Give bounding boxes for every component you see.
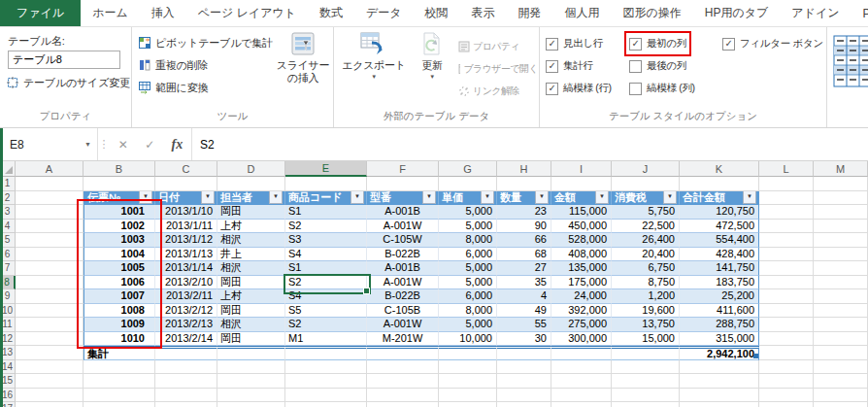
cell-G10[interactable]: 8,000 [439,304,497,319]
cell-A7[interactable] [16,261,83,276]
column-header-C[interactable]: C [155,161,217,177]
cell-E8[interactable]: S2 [285,276,367,290]
column-header-M[interactable]: M [814,161,868,177]
cell-M17[interactable] [814,402,868,407]
cell-F14[interactable] [367,360,439,375]
cell-H5[interactable]: 66 [497,233,551,248]
cell-A3[interactable] [16,205,83,220]
cell-A14[interactable] [16,360,83,375]
cell-J16[interactable] [612,389,680,403]
cell-J4[interactable]: 22,500 [612,220,680,234]
checkbox-first-column[interactable]: ✓ 最初の列 [629,36,686,51]
cell-G9[interactable]: 6,000 [439,289,497,304]
ribbon-tab[interactable]: HP用のタブ [693,0,781,26]
cell-K11[interactable]: 288,750 [680,318,759,332]
cell-K4[interactable]: 472,500 [680,220,759,234]
cell-F6[interactable]: B-022B [367,248,439,262]
cell-G5[interactable]: 8,000 [439,233,497,248]
cell-K12[interactable]: 315,000 [680,332,759,347]
ribbon-tab[interactable]: 表示 [460,0,507,26]
cell-I1[interactable] [551,177,612,191]
cell-L12[interactable] [759,332,814,347]
cell-D7[interactable]: 相沢 [217,261,285,276]
cell-E13[interactable] [285,346,367,360]
cell-D16[interactable] [217,389,285,403]
filter-dropdown-button[interactable]: ▼ [201,191,215,205]
cell-I7[interactable]: 135,000 [551,261,612,276]
cell-A13[interactable] [16,346,83,360]
cell-F3[interactable]: A-001B [367,205,439,220]
cell-E4[interactable]: S2 [285,220,367,234]
cell-C4[interactable]: 2013/1/11 [155,220,217,234]
cell-L10[interactable] [759,304,814,319]
cell-I14[interactable] [551,360,612,375]
ribbon-tab[interactable]: 開発 [507,0,553,26]
ribbon-tab[interactable]: 個人用 [553,0,612,26]
cell-H6[interactable]: 68 [497,248,551,262]
cell-E10[interactable]: S5 [285,304,367,319]
cell-B6[interactable]: 1004 [83,248,155,262]
cell-C9[interactable]: 2013/2/11 [155,289,217,304]
cell-I10[interactable]: 392,000 [551,304,612,319]
cell-B16[interactable] [83,389,155,403]
cell-B2[interactable]: 伝票№▼ [83,191,155,206]
cell-E7[interactable]: S1 [285,261,367,276]
cell-G14[interactable] [439,360,497,375]
cell-H7[interactable]: 27 [497,261,551,276]
cell-A17[interactable] [16,402,83,407]
cell-A11[interactable] [16,318,83,332]
cell-F10[interactable]: C-105B [367,304,439,319]
cell-I4[interactable]: 450,000 [551,220,612,234]
cell-M4[interactable] [814,220,868,234]
cell-H9[interactable]: 4 [497,289,551,304]
checkbox-icon[interactable]: ✓ [722,38,735,51]
cell-A8[interactable] [16,276,83,290]
cell-L17[interactable] [759,402,814,407]
ribbon-tab[interactable]: ページ レイアウト [186,0,308,26]
cell-L15[interactable] [759,374,814,389]
cell-D3[interactable]: 岡田 [217,205,285,220]
cell-D12[interactable]: 岡田 [217,332,285,347]
cell-H12[interactable]: 30 [497,332,551,347]
cell-J13[interactable] [612,346,680,360]
cell-J15[interactable] [612,374,680,389]
cell-J12[interactable]: 15,000 [612,332,680,347]
cell-E9[interactable]: S4 [285,289,367,304]
cell-I11[interactable]: 275,000 [551,318,612,332]
cell-F12[interactable]: M-201W [367,332,439,347]
cell-E16[interactable] [285,389,367,403]
insert-slicer-button[interactable]: スライサーの挿入 [276,31,330,84]
cell-F7[interactable]: A-001B [367,261,439,276]
cell-C15[interactable] [155,374,217,389]
cell-I17[interactable] [551,402,612,407]
cell-E17[interactable] [285,402,367,407]
filter-dropdown-button[interactable]: ▼ [481,191,494,205]
cell-J17[interactable] [612,402,680,407]
column-header-H[interactable]: H [497,161,551,177]
cell-C17[interactable] [155,402,217,407]
cell-B15[interactable] [83,374,155,389]
cell-A10[interactable] [16,304,83,319]
column-header-I[interactable]: I [551,161,612,177]
column-header-L[interactable]: L [759,161,814,177]
cell-B10[interactable]: 1008 [83,304,155,319]
cell-I13[interactable] [551,346,612,360]
summarize-with-pivottable-button[interactable]: ピボットテーブルで集計 [138,33,273,52]
cell-H16[interactable] [497,389,551,403]
total-row-label[interactable]: 集計 [83,346,155,360]
cell-G11[interactable]: 5,000 [439,318,497,332]
column-header-B[interactable]: B [83,161,155,177]
cell-B11[interactable]: 1009 [83,318,155,332]
cell-A6[interactable] [16,248,83,262]
cell-K8[interactable]: 183,750 [680,276,759,290]
cell-D8[interactable]: 岡田 [217,276,285,290]
formula-input[interactable]: S2 [192,128,868,160]
filter-dropdown-button[interactable]: ▼ [351,191,364,205]
cell-J3[interactable]: 5,750 [612,205,680,220]
export-button[interactable]: エクスポート ▼ [342,31,406,80]
cell-F2[interactable]: 型番▼ [367,191,439,206]
cell-M6[interactable] [814,248,868,262]
cell-I2[interactable]: 金額▼ [551,191,612,206]
table-style-preview[interactable] [833,35,868,87]
cell-A1[interactable] [16,177,83,191]
